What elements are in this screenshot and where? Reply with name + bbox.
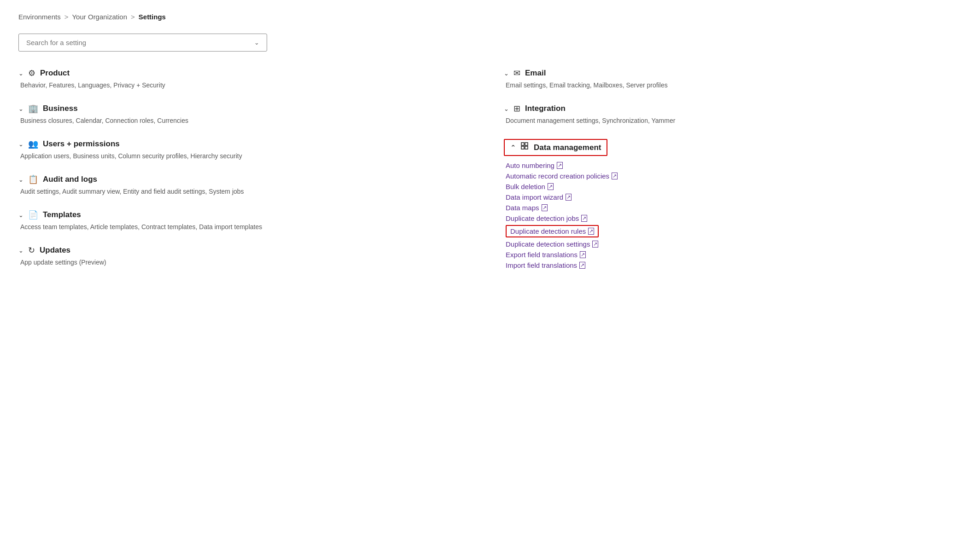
section-email-title: Email [525,69,546,78]
data-management-links: Auto numbering ↗ Automatic record creati… [504,161,962,269]
link-item-dup-detection-jobs[interactable]: Duplicate detection jobs ↗ [506,214,962,222]
section-integration-title: Integration [525,104,566,113]
breadcrumb-sep2: > [131,13,135,21]
arc-policies-link[interactable]: Automatic record creation policies ↗ [506,172,618,180]
section-updates-title: Updates [40,246,70,255]
chevron-users-icon: ⌄ [18,141,23,148]
link-item-export-field-translations[interactable]: Export field translations ↗ [506,251,962,259]
data-maps-label: Data maps [506,204,539,212]
section-business-desc: Business closures, Calendar, Connection … [19,117,476,124]
section-audit-header[interactable]: ⌄ 📋 Audit and logs [18,174,476,185]
section-templates-desc: Access team templates, Article templates… [19,223,476,231]
bulk-deletion-link[interactable]: Bulk deletion ↗ [506,183,554,190]
chevron-down-icon: ⌄ [254,39,259,46]
export-field-translations-link[interactable]: Export field translations ↗ [506,251,586,259]
link-item-data-import-wizard[interactable]: Data import wizard ↗ [506,193,962,201]
dup-detection-rules-label: Duplicate detection rules [510,227,586,235]
link-item-dup-detection-rules[interactable]: Duplicate detection rules ↗ [506,225,962,237]
section-email: ⌄ ✉ Email Email settings, Email tracking… [504,68,962,89]
svg-rect-3 [525,146,528,149]
section-product: ⌄ ⚙ Product Behavior, Features, Language… [18,68,476,89]
section-templates-header[interactable]: ⌄ 📄 Templates [18,210,476,220]
section-updates: ⌄ ↻ Updates App update settings (Preview… [18,245,476,266]
breadcrumb-sep1: > [64,13,69,21]
section-integration-header[interactable]: ⌄ ⊞ Integration [504,104,962,114]
section-email-desc: Email settings, Email tracking, Mailboxe… [505,81,962,89]
email-icon: ✉ [513,68,520,78]
section-templates-title: Templates [43,210,81,219]
section-users-desc: Application users, Business units, Colum… [19,152,476,160]
import-field-translations-link[interactable]: Import field translations ↗ [506,261,585,269]
audit-icon: 📋 [28,174,38,185]
external-link-icon-rules: ↗ [588,228,594,235]
section-users-header[interactable]: ⌄ 👥 Users + permissions [18,139,476,149]
section-product-header[interactable]: ⌄ ⚙ Product [18,68,476,78]
breadcrumb-environments[interactable]: Environments [18,13,61,21]
updates-icon: ↻ [28,245,35,255]
section-data-management-title: Data management [534,143,601,152]
section-business-title: Business [43,104,78,113]
svg-rect-0 [521,143,524,145]
link-item-data-maps[interactable]: Data maps ↗ [506,204,962,212]
section-business-header[interactable]: ⌄ 🏢 Business [18,104,476,114]
settings-layout: ⌄ ⚙ Product Behavior, Features, Language… [18,68,962,284]
data-import-wizard-label: Data import wizard [506,193,563,201]
chevron-audit-icon: ⌄ [18,176,23,183]
section-integration: ⌄ ⊞ Integration Document management sett… [504,104,962,124]
building-icon: 🏢 [28,104,38,114]
data-maps-link[interactable]: Data maps ↗ [506,204,548,212]
section-email-header[interactable]: ⌄ ✉ Email [504,68,962,78]
section-audit-title: Audit and logs [43,175,97,184]
svg-rect-1 [525,143,528,145]
breadcrumb-org[interactable]: Your Organization [72,13,127,21]
arc-policies-label: Automatic record creation policies [506,172,609,180]
breadcrumb: Environments > Your Organization > Setti… [18,13,962,21]
link-item-bulk-deletion[interactable]: Bulk deletion ↗ [506,183,962,190]
external-link-icon: ↗ [557,162,563,169]
section-data-management: ⌃ Data management Auto numbering [504,139,962,269]
integration-icon: ⊞ [513,104,520,114]
import-field-translations-label: Import field translations [506,261,577,269]
chevron-business-icon: ⌄ [18,105,23,112]
section-users-title: Users + permissions [43,139,120,149]
left-column: ⌄ ⚙ Product Behavior, Features, Language… [18,68,476,284]
gear-icon: ⚙ [28,68,35,78]
data-management-icon [521,142,529,153]
auto-numbering-link[interactable]: Auto numbering ↗ [506,161,563,169]
svg-rect-2 [521,146,524,149]
external-link-icon-settings: ↗ [592,241,598,248]
link-item-arc-policies[interactable]: Automatic record creation policies ↗ [506,172,962,180]
search-bar[interactable]: ⌄ [18,34,267,52]
chevron-product-icon: ⌄ [18,70,23,77]
data-import-wizard-link[interactable]: Data import wizard ↗ [506,193,572,201]
external-link-icon-bulk: ↗ [548,183,554,190]
chevron-updates-icon: ⌄ [18,247,23,254]
link-item-dup-detection-settings[interactable]: Duplicate detection settings ↗ [506,240,962,248]
external-link-icon-jobs: ↗ [581,215,587,222]
search-input[interactable] [26,39,254,46]
link-item-auto-numbering[interactable]: Auto numbering ↗ [506,161,962,169]
auto-numbering-label: Auto numbering [506,161,554,169]
section-product-title: Product [40,69,70,78]
section-users: ⌄ 👥 Users + permissions Application user… [18,139,476,160]
section-updates-header[interactable]: ⌄ ↻ Updates [18,245,476,255]
section-updates-desc: App update settings (Preview) [19,259,476,266]
external-link-icon-export: ↗ [580,251,586,258]
dup-detection-settings-label: Duplicate detection settings [506,240,590,248]
dup-detection-jobs-label: Duplicate detection jobs [506,214,579,222]
users-icon: 👥 [28,139,38,149]
section-audit-desc: Audit settings, Audit summary view, Enti… [19,188,476,195]
dup-detection-settings-link[interactable]: Duplicate detection settings ↗ [506,240,598,248]
right-column: ⌄ ✉ Email Email settings, Email tracking… [504,68,962,284]
bulk-deletion-label: Bulk deletion [506,183,545,190]
export-field-translations-label: Export field translations [506,251,578,259]
section-data-management-header[interactable]: ⌃ Data management [504,139,607,156]
external-link-icon-wizard: ↗ [566,194,572,201]
templates-icon: 📄 [28,210,38,220]
breadcrumb-settings: Settings [139,13,166,21]
section-product-desc: Behavior, Features, Languages, Privacy +… [19,81,476,89]
link-item-import-field-translations[interactable]: Import field translations ↗ [506,261,962,269]
chevron-email-icon: ⌄ [504,70,509,77]
dup-detection-jobs-link[interactable]: Duplicate detection jobs ↗ [506,214,587,222]
dup-detection-rules-link[interactable]: Duplicate detection rules ↗ [506,225,599,237]
